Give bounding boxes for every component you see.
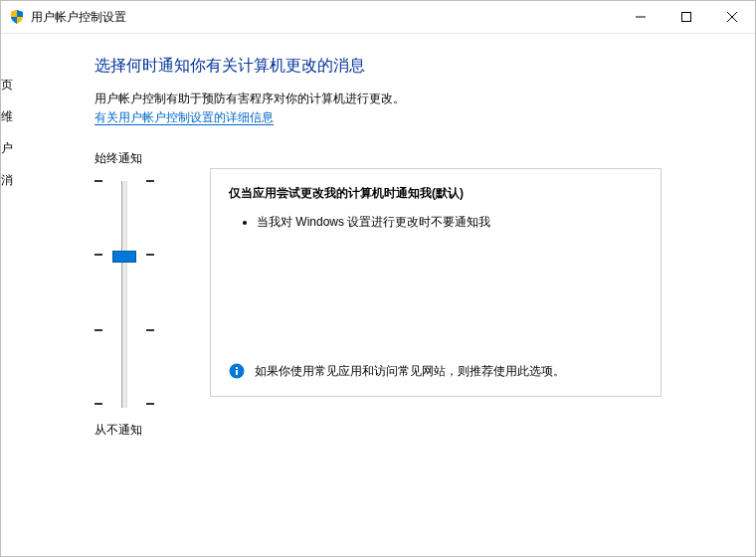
notification-level-slider[interactable] — [94, 175, 154, 414]
slider-thumb[interactable] — [112, 251, 136, 263]
window-title: 用户帐户控制设置 — [31, 9, 126, 26]
list-item: 当我对 Windows 设置进行更改时不要通知我 — [257, 214, 643, 231]
uac-settings-window: 用户帐户控制设置 页 维 户 消 选择何时通知你有关计算机更改的消息 用户帐户控… — [0, 0, 756, 557]
svg-rect-5 — [236, 370, 238, 375]
recommendation-row: 如果你使用常见应用和访问常见网站，则推荐使用此选项。 — [229, 362, 643, 382]
help-link[interactable]: 有关用户帐户控制设置的详细信息 — [94, 110, 274, 125]
slider-track — [121, 181, 127, 408]
shield-icon — [9, 9, 25, 25]
titlebar: 用户帐户控制设置 — [1, 1, 755, 34]
recommendation-text: 如果你使用常见应用和访问常见网站，则推荐使用此选项。 — [255, 362, 565, 381]
maximize-button[interactable] — [663, 1, 709, 33]
close-button[interactable] — [709, 1, 755, 33]
minimize-button[interactable] — [618, 1, 663, 33]
content-area: 选择何时通知你有关计算机更改的消息 用户帐户控制有助于预防有害程序对你的计算机进… — [1, 34, 755, 439]
window-controls — [618, 1, 755, 33]
page-title: 选择何时通知你有关计算机更改的消息 — [94, 56, 739, 77]
svg-rect-1 — [682, 13, 691, 22]
level-bullets: 当我对 Windows 设置进行更改时不要通知我 — [229, 214, 643, 231]
slider-area: 始终通知 从不通知 仅当应用尝试更改我的计算机时通知我(默认) 当我对 Wind… — [94, 150, 739, 439]
slider-top-label: 始终通知 — [94, 150, 142, 167]
level-title: 仅当应用尝试更改我的计算机时通知我(默认) — [229, 185, 643, 202]
page-description: 用户帐户控制有助于预防有害程序对你的计算机进行更改。 — [94, 91, 739, 107]
level-description-box: 仅当应用尝试更改我的计算机时通知我(默认) 当我对 Windows 设置进行更改… — [210, 168, 662, 397]
slider-bottom-label: 从不通知 — [94, 422, 142, 439]
info-icon — [229, 362, 245, 382]
svg-rect-6 — [236, 367, 238, 369]
titlebar-left: 用户帐户控制设置 — [9, 9, 126, 26]
slider-column: 始终通知 从不通知 — [94, 150, 154, 439]
